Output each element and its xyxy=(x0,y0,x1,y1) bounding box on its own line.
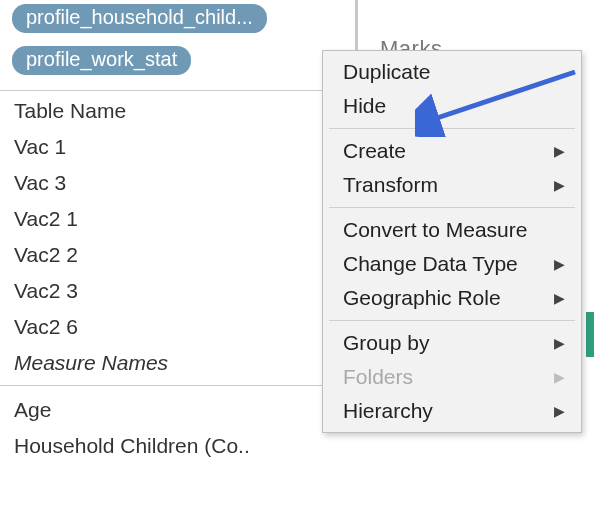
menu-label: Create xyxy=(343,139,406,163)
pill-label: profile_work_stat xyxy=(26,48,177,70)
menu-label: Hierarchy xyxy=(343,399,433,423)
pill-label: profile_household_child... xyxy=(26,6,253,28)
field-context-menu: Duplicate Hide Create ▶ Transform ▶ Conv… xyxy=(322,50,582,433)
pill-area: profile_household_child... profile_work_… xyxy=(0,0,355,86)
menu-separator xyxy=(329,128,575,129)
menu-label: Transform xyxy=(343,173,438,197)
field-vac-1[interactable]: Vac 1 xyxy=(0,129,355,165)
menu-label: Hide xyxy=(343,94,386,118)
menu-folders: Folders ▶ xyxy=(323,360,581,394)
field-vac2-2[interactable]: Vac2 2 xyxy=(0,237,355,273)
field-vac2-1[interactable]: Vac2 1 xyxy=(0,201,355,237)
data-pane: profile_household_child... profile_work_… xyxy=(0,0,355,510)
field-list: Table Name Vac 1 Vac 3 Vac2 1 Vac2 2 Vac… xyxy=(0,91,355,464)
chevron-right-icon: ▶ xyxy=(554,335,565,351)
chevron-right-icon: ▶ xyxy=(554,290,565,306)
field-measure-names[interactable]: Measure Names xyxy=(0,345,355,381)
field-vac-3[interactable]: Vac 3 xyxy=(0,165,355,201)
menu-label: Duplicate xyxy=(343,60,431,84)
menu-hierarchy[interactable]: Hierarchy ▶ xyxy=(323,394,581,428)
menu-label: Group by xyxy=(343,331,429,355)
menu-change-data-type[interactable]: Change Data Type ▶ xyxy=(323,247,581,281)
field-vac2-3[interactable]: Vac2 3 xyxy=(0,273,355,309)
menu-label: Convert to Measure xyxy=(343,218,527,242)
menu-separator xyxy=(329,207,575,208)
right-accent-strip xyxy=(586,312,594,357)
menu-duplicate[interactable]: Duplicate xyxy=(323,55,581,89)
menu-convert-to-measure[interactable]: Convert to Measure xyxy=(323,213,581,247)
chevron-right-icon: ▶ xyxy=(554,143,565,159)
menu-group-by[interactable]: Group by ▶ xyxy=(323,326,581,360)
chevron-right-icon: ▶ xyxy=(554,369,565,385)
chevron-right-icon: ▶ xyxy=(554,403,565,419)
menu-separator xyxy=(329,320,575,321)
field-vac2-6[interactable]: Vac2 6 xyxy=(0,309,355,345)
menu-label: Geographic Role xyxy=(343,286,501,310)
menu-hide[interactable]: Hide xyxy=(323,89,581,123)
chevron-right-icon: ▶ xyxy=(554,256,565,272)
chevron-right-icon: ▶ xyxy=(554,177,565,193)
field-pill-work-stat[interactable]: profile_work_stat xyxy=(12,46,191,75)
field-age[interactable]: Age xyxy=(0,385,355,428)
field-household-children[interactable]: Household Children (Co.. xyxy=(0,428,355,464)
menu-geographic-role[interactable]: Geographic Role ▶ xyxy=(323,281,581,315)
field-table-name[interactable]: Table Name xyxy=(0,93,355,129)
menu-transform[interactable]: Transform ▶ xyxy=(323,168,581,202)
menu-label: Change Data Type xyxy=(343,252,518,276)
menu-label: Folders xyxy=(343,365,413,389)
field-pill-household-children[interactable]: profile_household_child... xyxy=(12,4,267,33)
menu-create[interactable]: Create ▶ xyxy=(323,134,581,168)
